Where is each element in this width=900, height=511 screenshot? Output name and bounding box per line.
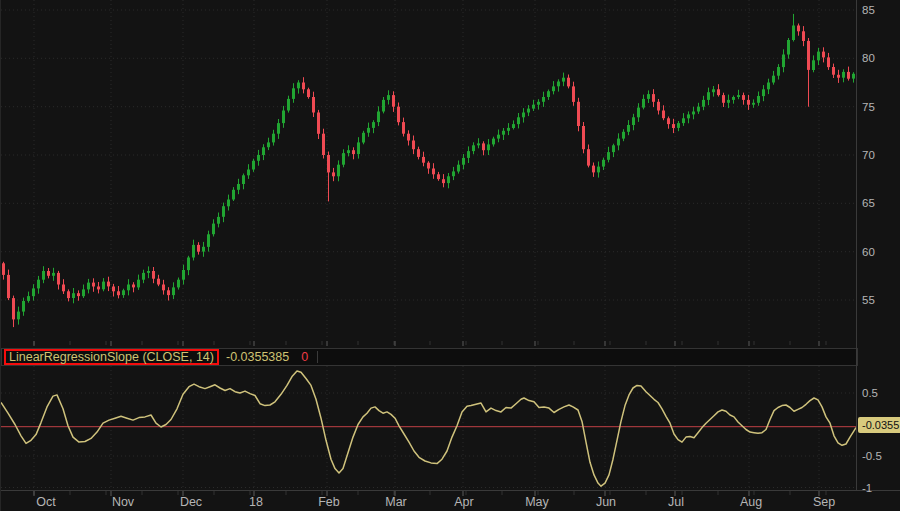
candle-body [607,152,610,160]
candle-body [62,285,65,292]
candle-body [777,67,780,76]
price-tick-label: 60 [862,246,875,258]
candle-body [432,169,435,175]
candle-body [272,134,275,143]
candle-body [772,76,775,83]
candle-body [442,179,445,183]
candle-body [762,89,765,96]
candle-body [667,118,670,124]
candle-body [757,96,760,103]
candle-body [212,224,215,235]
candle-body [117,291,120,295]
candle-body [837,75,840,78]
candle-body [727,100,730,103]
candle-body [392,95,395,107]
candle-body [362,133,365,143]
candle-body [42,271,45,280]
candle-body [787,40,790,55]
candle-body [87,283,90,290]
candle-body [267,142,270,147]
candle-body [822,52,825,58]
candle-body [712,89,715,92]
price-tick-label: 70 [862,149,875,161]
candle-body [32,288,35,296]
candle-body [742,95,745,100]
candle-body [97,287,100,290]
candle-body [157,279,160,285]
candle-body [677,123,680,128]
candle-body [827,57,830,67]
candle-body [462,158,465,165]
candle-body [367,128,370,133]
candle-body [142,273,145,280]
candlestick-chart[interactable] [1,0,856,340]
candle-body [107,282,110,287]
price-tick-label: 85 [862,4,875,16]
candle-body [82,289,85,296]
time-tick-label-sep: Sep [813,495,835,509]
candle-body [507,128,510,131]
candle-body [467,151,470,158]
candle-body [67,291,70,298]
candle-body [512,124,515,128]
candle-body [297,83,300,89]
candle-body [492,139,495,145]
candle-body [672,124,675,128]
candle-body [567,78,570,87]
candle-body [77,293,80,296]
candle-body [187,258,190,271]
price-pane[interactable] [1,0,856,340]
pane-separator[interactable] [1,340,856,348]
candle-body [422,157,425,163]
candle-body [317,113,320,134]
candle-body [582,126,585,149]
candle-body [147,271,150,273]
candle-body [687,114,690,118]
candle-body [682,118,685,123]
osc-tick-label: -1 [862,482,872,494]
candle-body [542,97,545,102]
candle-body [352,150,355,154]
candle-body [132,285,135,288]
candle-body [732,97,735,100]
time-axis[interactable]: OctNovDec18FebMarAprMayJunJulAugSep [1,490,900,511]
candle-body [692,112,695,115]
candle-body [792,26,795,41]
candle-body [397,107,400,123]
time-tick-label-aug: Aug [740,495,762,509]
candle-body [572,86,575,102]
indicator-title-highlight-box[interactable]: LinearRegressionSlope (CLOSE, 14) [4,349,219,365]
trading-chart-window: LinearRegressionSlope (CLOSE, 14) -0.035… [0,0,900,511]
candle-body [852,74,855,79]
candle-body [817,52,820,61]
candle-body [282,111,285,124]
osc-tick-label: -0.5 [862,450,882,462]
candle-body [112,287,115,292]
candle-body [207,234,210,247]
candle-body [372,122,375,128]
indicator-pane[interactable] [1,366,856,490]
candle-body [412,141,415,150]
candle-body [707,92,710,100]
indicator-zero-value: 0 [301,350,308,364]
price-tick-label: 55 [862,294,875,306]
candle-body [482,143,485,150]
candle-body [752,103,755,105]
price-axis[interactable]: -0.0355 858075706560550.5-0.5-1 [856,0,900,490]
candle-body [57,273,60,285]
candle-body [847,72,850,79]
candle-body [192,245,195,258]
candle-body [332,172,335,176]
candle-body [562,78,565,82]
candle-body [427,163,430,169]
indicator-value: -0.0355385 [226,350,289,364]
candle-body [587,149,590,165]
time-tick-label-oct: Oct [36,495,55,509]
slope-line [1,371,856,486]
candle-body [537,102,540,105]
candle-body [22,301,25,312]
candle-body [642,99,645,108]
linear-regression-slope-plot[interactable] [1,366,856,490]
candle-body [812,60,815,70]
candle-body [322,134,325,155]
